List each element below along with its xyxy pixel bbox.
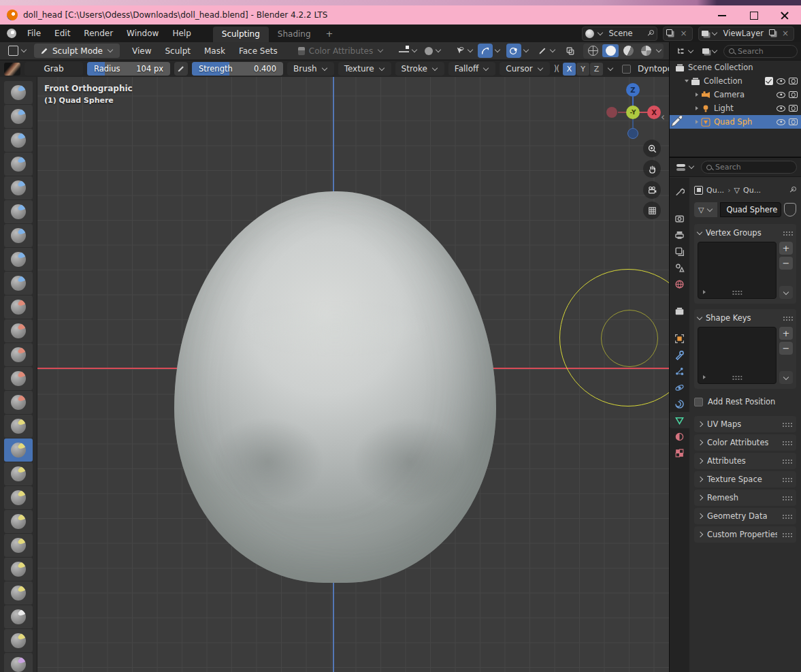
brush-boundary[interactable] xyxy=(4,629,33,652)
expand-icon[interactable] xyxy=(696,93,698,97)
disable-render-icon[interactable] xyxy=(789,91,798,98)
outliner-row-scene-collection[interactable]: Scene Collection xyxy=(670,61,801,74)
brush-blob[interactable] xyxy=(4,248,33,271)
disable-render-icon[interactable] xyxy=(789,78,798,84)
breadcrumb-data[interactable]: Qu... xyxy=(743,186,761,195)
overlays-dropdown-chevron[interactable] xyxy=(523,47,529,52)
brush-multi-plane-scrape[interactable] xyxy=(4,391,33,414)
menu-render[interactable]: Render xyxy=(77,27,120,40)
brush-smooth[interactable] xyxy=(4,295,33,319)
properties-tab-object-data[interactable] xyxy=(670,412,689,428)
viewport-3d[interactable]: Front Orthographic (1) Quad Sphere Z -Y … xyxy=(37,77,669,672)
brush-crease[interactable] xyxy=(4,272,33,295)
hide-viewport-icon[interactable] xyxy=(777,78,785,84)
collection-checkbox[interactable] xyxy=(765,77,773,85)
sidebar-collapse-arrow[interactable]: ‹ xyxy=(661,111,665,123)
vertex-group-remove-button[interactable]: − xyxy=(779,257,793,270)
menu-help[interactable]: Help xyxy=(165,27,197,40)
brush-nudge[interactable] xyxy=(4,558,33,581)
pin-icon[interactable] xyxy=(646,29,654,37)
brush-dropdown[interactable]: Brush xyxy=(287,62,334,76)
shading-solid-button[interactable] xyxy=(602,44,619,57)
panel-color-attributes[interactable]: Color Attributes xyxy=(694,434,796,451)
properties-tab-output[interactable] xyxy=(670,227,689,243)
dyntopo-checkbox[interactable] xyxy=(622,65,631,74)
shape-keys-list[interactable] xyxy=(698,327,777,384)
properties-tab-modifiers[interactable] xyxy=(670,347,689,363)
outliner-row-quad-sph[interactable]: Quad Sph xyxy=(670,115,801,129)
outliner-row-light[interactable]: Light xyxy=(670,101,801,115)
fake-user-shield-icon[interactable] xyxy=(784,203,796,217)
blender-menu-icon[interactable] xyxy=(7,29,16,38)
panel-grip[interactable] xyxy=(782,441,792,445)
display-color-button[interactable] xyxy=(422,44,444,58)
new-viewlayer-icon[interactable] xyxy=(769,29,775,35)
shape-key-add-button[interactable]: + xyxy=(779,327,793,340)
pan-button[interactable] xyxy=(643,160,661,178)
brush-slide-relax[interactable] xyxy=(4,605,33,628)
brush-thumbnail[interactable] xyxy=(4,63,20,76)
symmetry-x-toggle[interactable]: X xyxy=(563,63,576,76)
gizmos-dropdown-chevron[interactable] xyxy=(495,47,500,52)
list-filter-toggle[interactable] xyxy=(703,290,706,294)
properties-search[interactable] xyxy=(701,161,797,174)
list-resize-grip[interactable] xyxy=(732,375,742,380)
maximize-button[interactable] xyxy=(749,11,757,19)
active-brush-name[interactable]: Grab xyxy=(24,62,83,76)
disable-render-icon[interactable] xyxy=(789,118,798,125)
properties-tab-particles[interactable] xyxy=(670,363,689,379)
outliner-search[interactable] xyxy=(723,45,798,58)
strength-slider[interactable]: Strength0.400 xyxy=(192,62,283,76)
outliner-row-camera[interactable]: Camera xyxy=(670,88,801,101)
scene-selector[interactable]: Scene xyxy=(582,27,657,41)
panel-remesh[interactable]: Remesh xyxy=(694,490,796,506)
panel-grip[interactable] xyxy=(782,514,792,519)
workspace-tab-sculpting[interactable]: Sculpting xyxy=(213,27,269,42)
viewport-menu-sculpt[interactable]: Sculpt xyxy=(158,46,197,56)
overlays-toggle[interactable] xyxy=(506,44,521,58)
radius-slider[interactable]: Radius104 px xyxy=(87,62,170,76)
stroke-dropdown[interactable]: Stroke xyxy=(395,62,444,76)
xray-toggle[interactable] xyxy=(563,44,578,58)
shading-wireframe-button[interactable] xyxy=(585,44,601,57)
editor-type-button[interactable] xyxy=(5,44,30,58)
outliner-type-button[interactable] xyxy=(673,45,697,58)
brush-draw-sharp[interactable] xyxy=(4,105,33,128)
properties-tab-view-layer[interactable] xyxy=(670,243,689,259)
close-button[interactable] xyxy=(781,11,789,19)
minimize-button[interactable] xyxy=(718,11,726,19)
panel-attributes[interactable]: Attributes xyxy=(694,453,796,469)
brush-snake-hook[interactable] xyxy=(4,486,33,509)
expand-icon[interactable] xyxy=(696,120,698,124)
brush-pose[interactable] xyxy=(4,534,33,557)
mesh-name-field[interactable]: Quad Sphere xyxy=(720,202,781,217)
orthographic-toggle-button[interactable] xyxy=(643,202,661,219)
list-filter-toggle[interactable] xyxy=(703,375,706,379)
brush-grab[interactable] xyxy=(4,438,33,462)
panel-grip[interactable] xyxy=(782,532,792,537)
add-workspace-button[interactable]: + xyxy=(320,29,340,39)
properties-tab-texture[interactable] xyxy=(670,445,689,461)
add-rest-position-checkbox[interactable] xyxy=(694,398,703,406)
brush-cloth[interactable] xyxy=(4,653,33,672)
pin-id-icon[interactable] xyxy=(788,186,796,194)
radius-pressure-toggle[interactable] xyxy=(174,62,188,76)
panel-uv-maps[interactable]: UV Maps xyxy=(694,416,796,432)
zoom-button[interactable] xyxy=(643,140,661,157)
viewport-menu-view[interactable]: View xyxy=(125,46,158,56)
visibility-dropdown[interactable] xyxy=(453,44,476,58)
brush-rotate[interactable] xyxy=(4,581,33,605)
shading-dropdown-chevron[interactable] xyxy=(656,47,661,52)
properties-tab-world[interactable] xyxy=(670,276,689,292)
brush-inflate[interactable] xyxy=(4,224,33,247)
unlink-scene-icon[interactable]: × xyxy=(679,29,689,38)
shading-material-button[interactable] xyxy=(620,44,636,57)
symmetry-y-toggle[interactable]: Y xyxy=(576,63,589,76)
properties-tab-tool[interactable] xyxy=(670,183,689,199)
texture-dropdown[interactable]: Texture xyxy=(338,62,391,76)
expand-icon[interactable] xyxy=(696,106,698,110)
mesh-datablock-button[interactable]: ▽ xyxy=(694,202,717,217)
breadcrumb-object[interactable]: Qu... xyxy=(706,186,724,195)
outliner-filter-button[interactable] xyxy=(700,45,721,58)
brush-thumb[interactable] xyxy=(4,510,33,533)
